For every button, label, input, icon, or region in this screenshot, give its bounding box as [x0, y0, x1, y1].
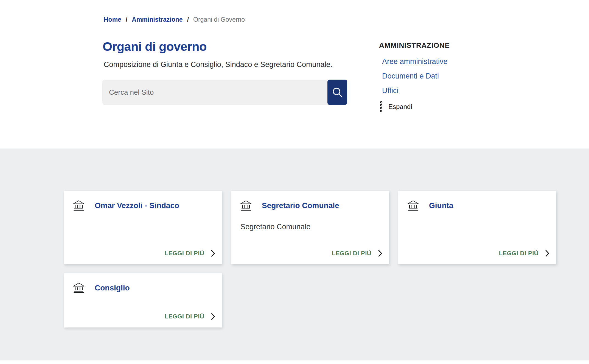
read-more-link[interactable]: LEGGI DI PIÙ — [499, 250, 538, 257]
chevron-right-icon — [378, 250, 382, 257]
government-building-icon — [73, 282, 85, 293]
card-footer: LEGGI DI PIÙ — [240, 250, 382, 257]
expand-button-label: Espandi — [388, 103, 412, 111]
card-title: Omar Vezzoli - Sindaco — [95, 201, 179, 210]
card-header: Giunta — [407, 200, 549, 211]
search-button[interactable] — [327, 80, 347, 105]
card-title: Segretario Comunale — [262, 201, 339, 210]
page-header: Home / Amministrazione / Organi di Gover… — [0, 0, 589, 149]
chevron-right-icon — [211, 250, 215, 257]
government-building-icon — [407, 200, 419, 211]
card-omar-vezzoli-sindaco[interactable]: Omar Vezzoli - Sindaco LEGGI DI PIÙ — [64, 191, 222, 264]
breadcrumb: Home / Amministrazione / Organi di Gover… — [104, 16, 245, 23]
sidebar-item-documenti-e-dati[interactable]: Documenti e Dati — [382, 72, 521, 80]
breadcrumb-separator: / — [126, 16, 127, 23]
read-more-link[interactable]: LEGGI DI PIÙ — [165, 313, 204, 320]
card-footer: LEGGI DI PIÙ — [73, 250, 215, 257]
card-title: Giunta — [429, 201, 453, 210]
government-building-icon — [73, 200, 85, 211]
government-building-icon — [240, 200, 252, 211]
page-subtitle: Composizione di Giunta e Consiglio, Sind… — [104, 60, 332, 69]
card-header: Consiglio — [73, 282, 215, 293]
cards-section: Omar Vezzoli - Sindaco LEGGI DI PIÙ — [0, 149, 589, 360]
breadcrumb-amministrazione[interactable]: Amministrazione — [132, 16, 183, 23]
card-segretario-comunale[interactable]: Segretario Comunale Segretario Comunale … — [231, 191, 389, 264]
card-header: Segretario Comunale — [240, 200, 382, 211]
page-title: Organi di governo — [103, 40, 207, 54]
card-footer: LEGGI DI PIÙ — [407, 250, 549, 257]
section-nav-heading: AMMINISTRAZIONE — [379, 41, 521, 50]
breadcrumb-separator: / — [187, 16, 189, 23]
read-more-link[interactable]: LEGGI DI PIÙ — [165, 250, 204, 257]
card-description: Segretario Comunale — [240, 223, 382, 231]
section-navigation: AMMINISTRAZIONE Aree amministrative Docu… — [378, 41, 521, 112]
breadcrumb-current: Organi di Governo — [193, 16, 245, 23]
breadcrumb-home[interactable]: Home — [104, 16, 121, 23]
card-footer: LEGGI DI PIÙ — [73, 313, 215, 320]
expand-button[interactable]: Espandi — [380, 101, 412, 112]
card-title: Consiglio — [95, 284, 130, 292]
more-items-icon — [380, 101, 383, 112]
card-header: Omar Vezzoli - Sindaco — [73, 200, 215, 211]
sidebar-item-aree-amministrative[interactable]: Aree amministrative — [382, 57, 521, 66]
site-search — [102, 80, 347, 105]
card-giunta[interactable]: Giunta LEGGI DI PIÙ — [398, 191, 556, 264]
card-consiglio[interactable]: Consiglio LEGGI DI PIÙ — [64, 273, 222, 327]
chevron-right-icon — [211, 313, 215, 320]
chevron-right-icon — [545, 250, 549, 257]
search-icon — [332, 86, 343, 98]
sidebar-item-uffici[interactable]: Uffici — [382, 86, 521, 95]
read-more-link[interactable]: LEGGI DI PIÙ — [332, 250, 371, 257]
cards-grid: Omar Vezzoli - Sindaco LEGGI DI PIÙ — [64, 191, 589, 327]
search-input[interactable] — [102, 80, 327, 105]
